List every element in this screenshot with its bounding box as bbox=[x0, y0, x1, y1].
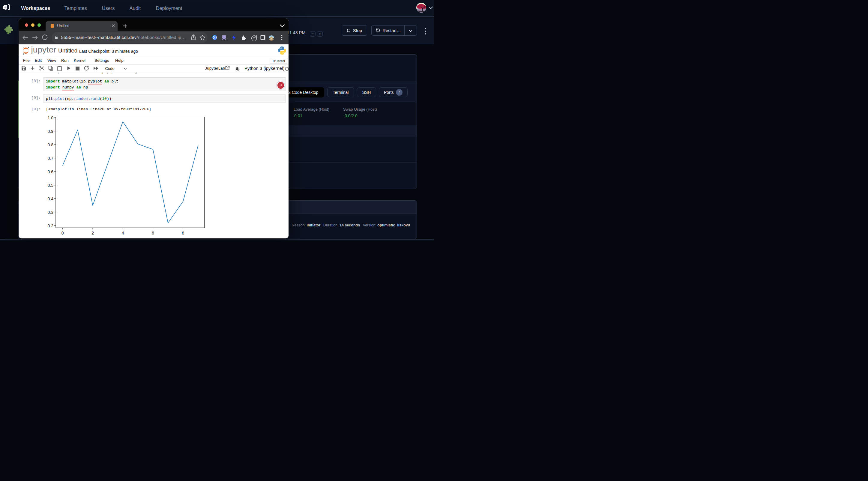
svg-text:4: 4 bbox=[122, 231, 124, 235]
svg-text:6: 6 bbox=[152, 231, 154, 235]
svg-text:0.8: 0.8 bbox=[48, 142, 54, 147]
svg-text:0.3: 0.3 bbox=[48, 210, 54, 215]
svg-text:2: 2 bbox=[91, 231, 94, 235]
svg-text:0: 0 bbox=[61, 231, 64, 235]
svg-text:8: 8 bbox=[182, 231, 184, 235]
svg-text:0.6: 0.6 bbox=[48, 169, 54, 174]
svg-text:0.2: 0.2 bbox=[48, 223, 54, 228]
svg-text:0.5: 0.5 bbox=[48, 183, 54, 188]
svg-text:0.9: 0.9 bbox=[48, 129, 54, 134]
svg-text:1.0: 1.0 bbox=[48, 116, 54, 120]
svg-text:0.7: 0.7 bbox=[48, 156, 54, 161]
svg-text:0.4: 0.4 bbox=[48, 196, 54, 201]
